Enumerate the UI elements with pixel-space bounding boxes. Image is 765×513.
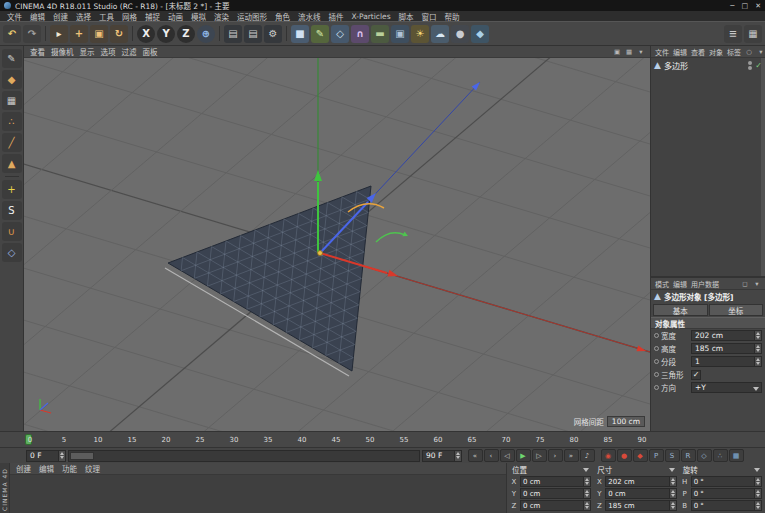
attr-field-input[interactable]: +Y — [691, 382, 762, 393]
main-menu-14[interactable]: 插件 — [325, 11, 348, 22]
main-menu-4[interactable]: 选择 — [72, 11, 95, 22]
om-menu-4[interactable]: 对象 — [707, 47, 725, 57]
main-menu-5[interactable]: 工具 — [95, 11, 118, 22]
main-menu-3[interactable]: 创建 — [49, 11, 72, 22]
goto-next-frame-button[interactable]: ▷ — [532, 449, 547, 462]
coord-column-header[interactable]: 位置 — [510, 464, 591, 475]
coord-field-input[interactable]: 0 ° — [691, 476, 762, 487]
viewport-menu-4[interactable]: 选项 — [98, 46, 119, 57]
value-stepper[interactable] — [754, 331, 761, 340]
value-stepper[interactable] — [583, 501, 590, 510]
close-button[interactable]: ✕ — [755, 2, 761, 10]
viewport-menu-1[interactable]: 查看 — [27, 46, 48, 57]
enable-axis-icon[interactable]: + — [2, 180, 22, 199]
maximize-button[interactable]: □ — [742, 2, 749, 10]
attr-menu-2[interactable]: 编辑 — [671, 279, 689, 289]
material-menu-3[interactable]: 功能 — [58, 463, 81, 474]
attr-lock-icon[interactable]: ◻ — [740, 279, 750, 289]
generators-icon[interactable]: ◇ — [331, 25, 349, 43]
viewport-scene[interactable] — [24, 58, 650, 431]
render-view-icon[interactable]: ▤ — [224, 25, 242, 43]
goto-end-button[interactable]: » — [564, 449, 579, 462]
main-menu-10[interactable]: 渲染 — [210, 11, 233, 22]
object-name[interactable]: 多边形 — [664, 60, 688, 71]
coord-field-input[interactable]: 0 ° — [691, 488, 762, 499]
x-axis-lock-button[interactable]: X — [137, 25, 155, 43]
move-tool-icon[interactable]: + — [70, 25, 88, 43]
coord-field-input[interactable]: 0 cm — [520, 476, 591, 487]
main-menu-11[interactable]: 运动图形 — [233, 11, 271, 22]
record-parameter-button[interactable]: ◇ — [697, 449, 712, 462]
viewport-menu-6[interactable]: 面板 — [140, 46, 161, 57]
scale-tool-icon[interactable]: ▣ — [90, 25, 108, 43]
goto-prev-key-button[interactable]: ‹ — [484, 449, 499, 462]
goto-start-button[interactable]: « — [468, 449, 483, 462]
model-mode-icon[interactable]: ◆ — [2, 70, 22, 89]
value-stepper[interactable] — [754, 489, 761, 498]
triangles-checkbox[interactable]: ✓ — [691, 370, 701, 380]
main-menu-6[interactable]: 网格 — [118, 11, 141, 22]
main-menu-9[interactable]: 模拟 — [187, 11, 210, 22]
object-tree-scrollbar[interactable] — [761, 58, 765, 276]
points-mode-icon[interactable]: ∴ — [2, 112, 22, 131]
deformers-icon[interactable]: ∩ — [351, 25, 369, 43]
environment-icon[interactable]: ▬ — [371, 25, 389, 43]
z-axis-lock-button[interactable]: Z — [177, 25, 195, 43]
viewport-canvas[interactable]: 网格间距 100 cm — [24, 58, 650, 431]
coord-field-input[interactable]: 0 cm — [520, 488, 591, 499]
material-menu-2[interactable]: 编辑 — [35, 463, 58, 474]
main-menu-16[interactable]: 脚本 — [395, 11, 418, 22]
coord-field-input[interactable]: 0 cm — [520, 500, 591, 511]
timeline[interactable]: 051015202530354045505560657075808590 — [0, 431, 765, 447]
workplane-icon[interactable]: ◇ — [2, 243, 22, 262]
value-stepper[interactable] — [669, 477, 676, 486]
attr-menu-icon[interactable]: ▾ — [752, 279, 762, 289]
main-menu-12[interactable]: 角色 — [271, 11, 294, 22]
value-stepper[interactable] — [754, 357, 761, 366]
animation-dot[interactable] — [654, 333, 659, 338]
attr-tab-2[interactable]: 坐标 — [709, 304, 764, 316]
om-menu-icon[interactable]: ▾ — [756, 47, 765, 57]
value-stepper[interactable] — [583, 477, 590, 486]
main-menu-8[interactable]: 动画 — [164, 11, 187, 22]
make-editable-icon[interactable]: ✎ — [2, 49, 22, 68]
goto-next-key-button[interactable]: › — [548, 449, 563, 462]
material-icon[interactable]: ● — [451, 25, 469, 43]
om-menu-5[interactable]: 标签 — [725, 47, 743, 57]
coordinate-system-icon[interactable]: ⊕ — [197, 25, 215, 43]
main-menu-13[interactable]: 流水线 — [294, 11, 325, 22]
timeline-ruler[interactable]: 051015202530354045505560657075808590 — [24, 432, 650, 448]
animation-dot[interactable] — [654, 385, 659, 390]
value-stepper[interactable] — [669, 489, 676, 498]
minimize-button[interactable]: ─ — [730, 2, 734, 10]
viewport-menu-5[interactable]: 过滤 — [119, 46, 140, 57]
object-row[interactable]: ▲多边形✓ — [651, 58, 765, 72]
main-menu-18[interactable]: 帮助 — [441, 11, 464, 22]
attr-menu-1[interactable]: 模式 — [653, 279, 671, 289]
value-stepper[interactable] — [754, 477, 761, 486]
goto-prev-frame-button[interactable]: ◁ — [500, 449, 515, 462]
y-axis-lock-button[interactable]: Y — [157, 25, 175, 43]
autokey-button[interactable]: ● — [617, 449, 632, 462]
viewport-layout-icon[interactable]: ▦ — [624, 47, 634, 57]
coord-field-input[interactable]: 0 cm — [605, 488, 676, 499]
main-menu-1[interactable]: 文件 — [3, 11, 26, 22]
play-sound-button[interactable]: ♪ — [580, 449, 595, 462]
layout-menu-icon[interactable]: ≡ — [724, 25, 742, 43]
attr-field-input[interactable]: 185 cm — [691, 343, 762, 354]
coord-field-input[interactable]: 0 ° — [691, 500, 762, 511]
material-menu-1[interactable]: 创建 — [12, 463, 35, 474]
play-forwards-button[interactable]: ▶ — [516, 449, 531, 462]
coord-column-header[interactable]: 尺寸 — [595, 464, 676, 475]
value-stepper[interactable] — [754, 344, 761, 353]
render-picture-viewer-icon[interactable]: ▤ — [244, 25, 262, 43]
record-scale-button[interactable]: S — [665, 449, 680, 462]
gizmo-center-handle[interactable] — [318, 251, 323, 256]
om-menu-2[interactable]: 编辑 — [671, 47, 689, 57]
start-frame-field[interactable]: 0 F — [26, 450, 66, 462]
polygons-mode-icon[interactable]: ▲ — [2, 154, 22, 173]
rotate-tool-icon[interactable]: ↻ — [110, 25, 128, 43]
viewport-solo-icon[interactable]: S — [2, 201, 22, 220]
keyframe-presets-button[interactable]: ▦ — [729, 449, 744, 462]
animation-dot[interactable] — [654, 359, 659, 364]
